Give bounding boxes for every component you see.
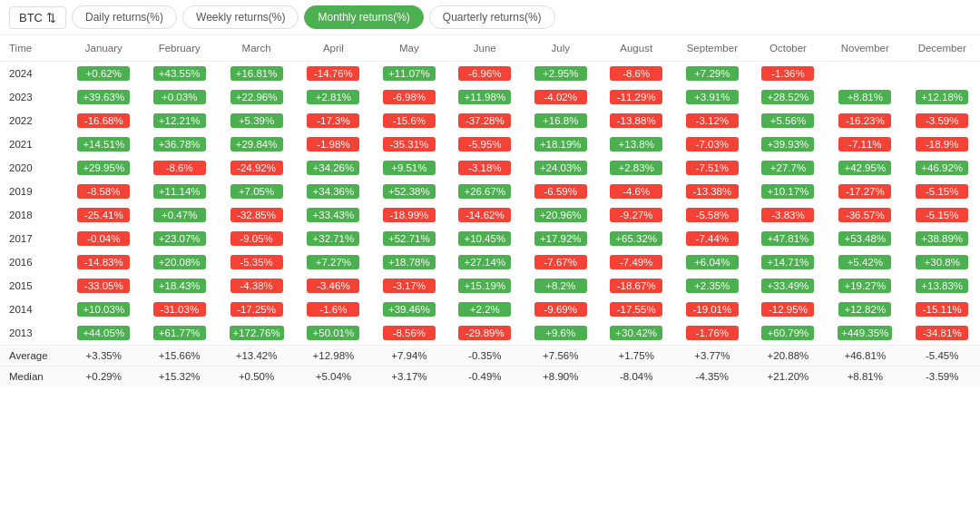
footer-cell: +5.04% [296, 367, 371, 387]
cell-value: +11.14% [153, 184, 206, 199]
col-mar: March [217, 35, 295, 62]
cell-value: +2.81% [307, 90, 359, 104]
value-cell: -18.99% [371, 203, 446, 227]
year-cell: 2018 [0, 203, 66, 227]
cell-value: +20.08% [153, 255, 206, 269]
year-cell: 2016 [0, 250, 66, 274]
tab-monthly[interactable]: Monthly returns(%) [304, 5, 423, 29]
year-cell: 2023 [0, 85, 66, 109]
cell-value: -7.11% [838, 137, 891, 151]
value-cell: -14.83% [66, 250, 142, 274]
cell-value: -9.69% [534, 302, 587, 317]
cell-value: -6.59% [534, 184, 587, 199]
value-cell: -4.38% [217, 274, 295, 298]
tab-quarterly[interactable]: Quarterly returns(%) [429, 5, 555, 29]
value-cell: +34.36% [296, 180, 371, 203]
value-cell: -17.25% [217, 298, 295, 321]
table-row: 2021+14.51%+36.78%+29.84%-1.98%-35.31%-5… [0, 132, 980, 156]
cell-value: -17.3% [307, 113, 359, 128]
cell-value: +2.95% [534, 66, 587, 81]
value-cell: +2.81% [296, 85, 371, 109]
year-cell: 2024 [0, 62, 66, 86]
cell-value: +27.7% [761, 161, 814, 175]
value-cell: +60.79% [750, 321, 826, 346]
value-cell: -7.11% [826, 132, 904, 156]
year-cell: 2013 [0, 321, 66, 346]
value-cell: -3.83% [750, 203, 826, 227]
year-cell: 2021 [0, 132, 66, 156]
value-cell [826, 62, 904, 86]
cell-value: +33.43% [307, 208, 359, 222]
value-cell: +16.81% [217, 62, 295, 86]
footer-cell: +15.32% [142, 367, 217, 387]
cell-value: -18.9% [916, 137, 968, 151]
value-cell: +61.77% [142, 321, 217, 346]
footer-cell: +8.81% [826, 367, 904, 387]
value-cell: -15.11% [904, 298, 980, 321]
value-cell: +7.05% [217, 180, 295, 203]
value-cell: -8.6% [598, 62, 673, 86]
value-cell: -17.3% [296, 109, 371, 132]
value-cell: +14.71% [750, 250, 826, 274]
value-cell: +33.43% [296, 203, 371, 227]
value-cell: +15.19% [447, 274, 523, 298]
sort-icon: ⇅ [46, 11, 56, 24]
cell-value: +15.19% [458, 279, 511, 293]
value-cell: +29.95% [66, 156, 142, 180]
value-cell: +14.51% [66, 132, 142, 156]
year-cell: 2022 [0, 109, 66, 132]
value-cell: +30.42% [598, 321, 673, 346]
col-jul: July [523, 35, 598, 62]
footer-row: Average+3.35%+15.66%+13.42%+12.98%+7.94%… [0, 346, 980, 367]
value-cell: +2.35% [674, 274, 750, 298]
value-cell: -8.56% [371, 321, 446, 346]
cell-value: +0.03% [153, 90, 206, 104]
value-cell: +20.08% [142, 250, 217, 274]
footer-cell: -8.04% [598, 367, 673, 387]
table-row: 2014+10.03%-31.03%-17.25%-1.6%+39.46%+2.… [0, 298, 980, 321]
cell-value: +44.05% [77, 326, 130, 340]
footer-cell: +7.94% [371, 346, 446, 367]
value-cell: +0.03% [142, 85, 217, 109]
footer-cell: +3.17% [371, 367, 446, 387]
cell-value: +27.14% [458, 255, 511, 269]
value-cell: -1.36% [750, 62, 826, 86]
value-cell: -37.28% [447, 109, 523, 132]
cell-value: +34.36% [307, 184, 359, 199]
cell-value: -3.83% [761, 208, 814, 222]
cell-value: -6.96% [458, 66, 511, 81]
value-cell: -15.6% [371, 109, 446, 132]
col-may: May [371, 35, 446, 62]
value-cell: -6.96% [447, 62, 523, 86]
value-cell: +36.78% [142, 132, 217, 156]
footer-cell: -4.35% [674, 367, 750, 387]
cell-value: -13.88% [610, 113, 662, 128]
footer-label: Median [0, 367, 66, 387]
asset-selector[interactable]: BTC ⇅ [9, 6, 66, 29]
tab-daily[interactable]: Daily returns(%) [72, 5, 177, 29]
table-header-row: Time January February March April May Ju… [0, 35, 980, 62]
value-cell: -8.58% [66, 180, 142, 203]
table-row: 2018-25.41%+0.47%-32.85%+33.43%-18.99%-1… [0, 203, 980, 227]
value-cell: +29.84% [217, 132, 295, 156]
year-cell: 2019 [0, 180, 66, 203]
col-jan: January [66, 35, 142, 62]
value-cell: -17.27% [826, 180, 904, 203]
tab-weekly[interactable]: Weekly returns(%) [182, 5, 299, 29]
cell-value: -9.05% [230, 231, 283, 246]
cell-value: -3.17% [383, 279, 436, 293]
cell-value: +61.77% [153, 326, 206, 340]
value-cell: -13.38% [674, 180, 750, 203]
cell-value: +30.8% [916, 255, 968, 269]
value-cell: +30.8% [904, 250, 980, 274]
cell-value: +12.82% [838, 302, 891, 317]
cell-value: -14.76% [307, 66, 359, 81]
footer-cell: +46.81% [826, 346, 904, 367]
value-cell: -35.31% [371, 132, 446, 156]
value-cell: +39.63% [66, 85, 142, 109]
cell-value: -34.81% [916, 326, 968, 340]
cell-value: -8.58% [77, 184, 130, 199]
cell-value: +3.91% [686, 90, 739, 104]
value-cell: +13.83% [904, 274, 980, 298]
value-cell: +39.93% [750, 132, 826, 156]
